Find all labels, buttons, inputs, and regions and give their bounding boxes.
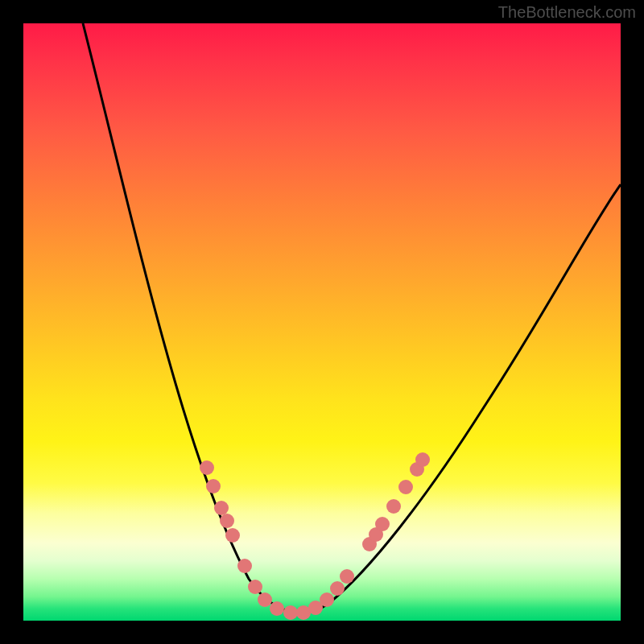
marker-dot [258, 592, 272, 607]
marker-dot [214, 501, 229, 515]
marker-dot [320, 592, 334, 607]
chart-frame: TheBottleneck.com [0, 0, 644, 644]
marker-dot [340, 569, 354, 584]
marker-dot [200, 460, 214, 475]
marker-dot [330, 581, 345, 596]
marker-dot [237, 559, 252, 573]
marker-dot [283, 605, 298, 620]
marker-dot [206, 479, 221, 493]
watermark-text: TheBottleneck.com [498, 3, 636, 22]
marker-dot [248, 580, 262, 594]
plot-area [23, 23, 621, 621]
marker-dot [398, 480, 413, 494]
marker-dot [375, 517, 390, 531]
marker-dot [386, 499, 401, 514]
marker-dot [220, 514, 234, 528]
marker-dot [270, 601, 284, 616]
marker-dot [225, 528, 240, 543]
curve-layer [23, 23, 621, 621]
emphasis-dots [200, 452, 430, 620]
bottleneck-curve [83, 23, 621, 613]
marker-dot [415, 452, 430, 467]
